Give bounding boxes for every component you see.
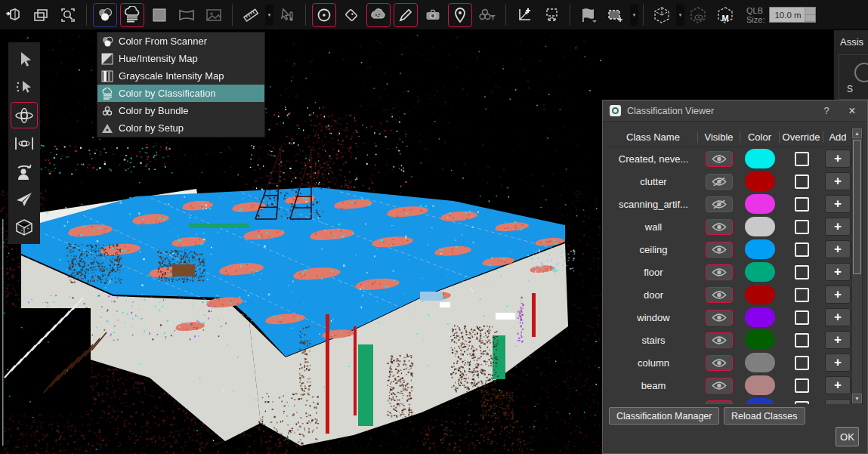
add-class-button[interactable]: + — [825, 399, 851, 404]
qlb-size-stepper[interactable] — [805, 8, 815, 22]
menu-item-color-from-scanner[interactable]: Color From Scanner — [97, 32, 264, 50]
visibility-toggle[interactable] — [706, 151, 733, 167]
class-color-swatch[interactable] — [745, 171, 775, 191]
scroll-up-icon[interactable]: ▲ — [852, 128, 862, 138]
probe-point-icon[interactable] — [275, 3, 299, 27]
visibility-toggle[interactable] — [706, 378, 733, 394]
override-checkbox[interactable] — [795, 220, 809, 234]
class-color-swatch[interactable] — [745, 194, 775, 214]
point-cloud-icon[interactable] — [366, 3, 391, 27]
walkthrough-icon[interactable] — [11, 158, 38, 184]
column-header-override[interactable]: Override — [780, 131, 823, 143]
close-icon[interactable]: × — [837, 104, 867, 118]
override-checkbox[interactable] — [795, 333, 809, 347]
add-class-button[interactable]: + — [825, 195, 851, 213]
solid-color-icon[interactable] — [147, 3, 171, 27]
override-checkbox[interactable] — [795, 401, 809, 405]
visibility-toggle[interactable] — [706, 219, 733, 235]
override-checkbox[interactable] — [795, 378, 809, 393]
visibility-toggle[interactable] — [706, 287, 733, 303]
add-class-button[interactable]: + — [825, 263, 851, 281]
visibility-toggle[interactable] — [706, 242, 733, 258]
fly-tool-icon[interactable] — [11, 186, 38, 212]
scan-target-icon[interactable] — [312, 3, 336, 27]
snapshot-camera-icon[interactable] — [421, 3, 445, 27]
orbit-tool-icon[interactable] — [11, 102, 38, 128]
class-color-swatch[interactable] — [745, 239, 775, 259]
class-color-swatch[interactable] — [745, 262, 775, 282]
override-checkbox[interactable] — [795, 265, 809, 280]
qlb-manual-cube-icon[interactable]: M — [713, 3, 737, 27]
cascade-windows-icon[interactable] — [29, 3, 53, 27]
visibility-toggle[interactable] — [706, 310, 733, 326]
class-color-swatch[interactable] — [745, 398, 775, 404]
window-titlebar[interactable]: Classification Viewer ? × — [603, 100, 867, 122]
add-coordinate-system-icon[interactable] — [512, 3, 536, 27]
panorama-icon[interactable] — [175, 3, 199, 27]
add-class-button[interactable]: + — [825, 150, 851, 168]
column-header-class-name[interactable]: Class Name — [609, 131, 698, 143]
classification-manager-button[interactable]: Classification Manager — [609, 407, 719, 425]
import-project-icon[interactable] — [2, 3, 26, 27]
add-class-button[interactable]: + — [825, 240, 851, 258]
menu-item-hue-intensity-map[interactable]: Hue/Intensity Map — [97, 50, 264, 67]
qlb-size-value[interactable]: 10.0 m — [770, 11, 805, 20]
scroll-down-icon[interactable]: ▼ — [852, 394, 862, 403]
override-checkbox[interactable] — [795, 197, 809, 212]
location-pin-icon[interactable] — [448, 3, 472, 27]
visibility-toggle[interactable] — [706, 400, 733, 405]
color-from-scanner-icon[interactable] — [93, 3, 117, 27]
constrained-orbit-icon[interactable] — [11, 130, 38, 156]
render-palette-icon[interactable] — [576, 3, 601, 27]
view-cube-icon[interactable] — [11, 214, 38, 240]
menu-item-color-by-bundle[interactable]: Color by Bundle — [97, 102, 264, 119]
qlb-visibility-cube-icon[interactable] — [686, 3, 710, 27]
select-points-cursor-icon[interactable] — [11, 74, 38, 100]
qlb-size-input[interactable]: 10.0 m — [769, 7, 816, 23]
menu-item-grayscale-intensity-map[interactable]: Grayscale Intensity Map — [97, 67, 264, 85]
scrollbar-thumb[interactable] — [853, 140, 861, 274]
menu-item-color-by-classification[interactable]: Color by Classification — [97, 85, 264, 102]
add-class-button[interactable]: + — [825, 376, 851, 394]
selection-mode-dropdown-icon[interactable]: ▾ — [630, 5, 638, 26]
add-class-button[interactable]: + — [825, 354, 851, 372]
override-checkbox[interactable] — [795, 174, 809, 189]
measure-icon[interactable] — [239, 3, 263, 27]
visibility-toggle[interactable] — [706, 174, 733, 190]
visibility-toggle[interactable] — [706, 264, 733, 280]
override-checkbox[interactable] — [795, 288, 809, 302]
reload-classes-button[interactable]: Reload Classes — [724, 407, 805, 425]
class-color-swatch[interactable] — [745, 307, 775, 327]
update-view-icon[interactable] — [539, 3, 564, 27]
selection-mode-icon[interactable] — [604, 3, 628, 27]
measure-dropdown-icon[interactable]: ▾ — [265, 5, 273, 26]
annotation-pen-icon[interactable] — [394, 3, 418, 27]
qlb-cube-dropdown-icon[interactable]: ▾ — [676, 5, 684, 26]
tag-label-icon[interactable] — [339, 3, 363, 27]
bundle-filter-icon[interactable] — [475, 3, 499, 27]
menu-item-color-by-setup[interactable]: Color by Setup — [97, 119, 264, 137]
qlb-cube-icon[interactable] — [650, 3, 674, 27]
table-scrollbar[interactable]: ▲ ▼ — [851, 128, 863, 404]
class-color-swatch[interactable] — [745, 330, 775, 350]
class-color-swatch[interactable] — [745, 375, 775, 395]
visibility-toggle[interactable] — [706, 196, 733, 212]
visibility-toggle[interactable] — [706, 332, 733, 348]
station-image-icon[interactable] — [202, 3, 226, 27]
visibility-toggle[interactable] — [706, 355, 733, 371]
class-color-swatch[interactable] — [745, 353, 775, 372]
column-header-visible[interactable]: Visible — [698, 131, 740, 143]
select-cursor-icon[interactable] — [11, 46, 38, 73]
class-color-swatch[interactable] — [745, 149, 775, 168]
column-header-add[interactable]: Add — [823, 131, 852, 143]
override-checkbox[interactable] — [795, 152, 809, 166]
column-header-color[interactable]: Color — [740, 131, 780, 143]
class-color-swatch[interactable] — [745, 285, 775, 304]
add-class-button[interactable]: + — [825, 218, 851, 236]
override-checkbox[interactable] — [795, 242, 809, 257]
zoom-region-icon[interactable] — [56, 3, 80, 27]
class-color-swatch[interactable] — [745, 217, 775, 236]
override-checkbox[interactable] — [795, 356, 809, 370]
ok-button[interactable]: OK — [836, 427, 859, 446]
override-checkbox[interactable] — [795, 310, 809, 325]
